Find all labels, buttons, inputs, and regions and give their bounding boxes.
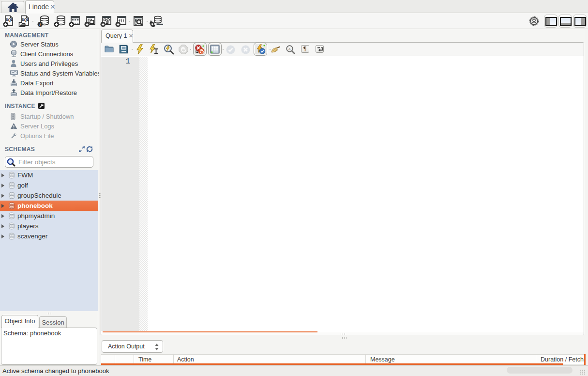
svg-text:i: i xyxy=(39,22,41,27)
svg-text:SQL: SQL xyxy=(22,17,30,22)
svg-text:SQL: SQL xyxy=(6,17,14,22)
svg-text:A: A xyxy=(288,47,291,51)
